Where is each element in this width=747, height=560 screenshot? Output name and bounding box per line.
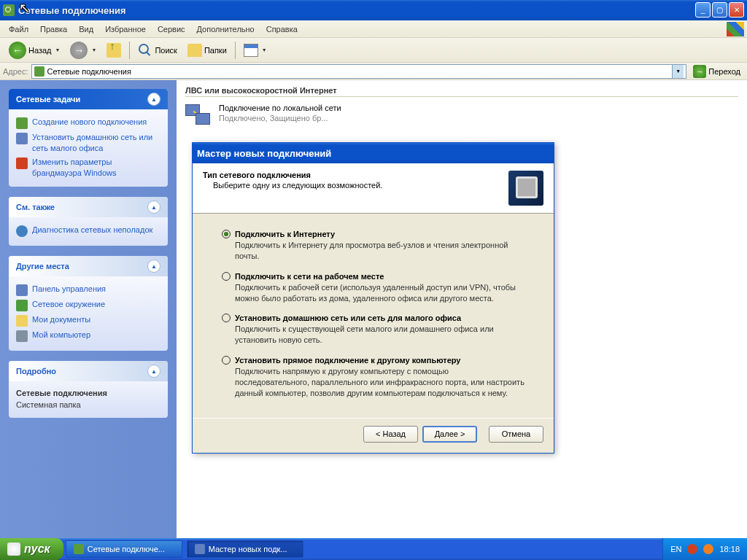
folders-button[interactable]: Папки	[183, 42, 231, 59]
wizard-titlebar[interactable]: Мастер новых подключений	[193, 143, 554, 163]
views-button[interactable]: ▼	[239, 42, 271, 59]
menu-file[interactable]: Файл	[3, 23, 34, 36]
security-alert-icon[interactable]	[687, 544, 697, 554]
language-indicator[interactable]: EN	[670, 545, 681, 553]
home-network-icon	[16, 133, 28, 144]
radio-connect-work[interactable]: Подключить к сети на рабочем месте	[222, 272, 525, 281]
radio-button-icon	[222, 272, 231, 281]
wizard-step-subtitle: Выберите одну из следующих возможностей.	[203, 181, 382, 190]
link-firewall[interactable]: Изменить параметры брандмауэра Windows	[16, 155, 160, 180]
panel-title: См. также	[16, 203, 55, 211]
chevron-down-icon: ▼	[91, 47, 96, 52]
radio-label: Установить домашнюю сеть или сеть для ма…	[235, 314, 461, 322]
collapse-icon[interactable]: ▲	[147, 260, 160, 273]
panel-title: Подробно	[16, 367, 56, 376]
up-button[interactable]	[102, 41, 125, 60]
address-label: Адрес:	[3, 67, 28, 76]
back-button[interactable]: < Назад	[363, 426, 418, 443]
go-arrow-icon: →	[693, 65, 706, 78]
link-diagnostics[interactable]: Диагностика сетевых неполадок	[16, 223, 160, 238]
back-button[interactable]: ← Назад ▼	[4, 39, 64, 61]
radio-label: Установить прямое подключение к другому …	[235, 356, 460, 365]
firewall-icon	[16, 158, 28, 169]
link-control-panel[interactable]: Панель управления	[16, 282, 160, 298]
link-label: Создание нового подключения	[32, 117, 147, 128]
panel-header-seealso[interactable]: См. также ▲	[9, 197, 168, 217]
wizard-header: Тип сетевого подключения Выберите одну и…	[193, 163, 554, 214]
info-icon	[16, 225, 28, 237]
back-label: Назад	[28, 46, 52, 55]
minimize-button[interactable]: _	[695, 2, 711, 18]
menu-bar: Файл Правка Вид Избранное Сервис Дополни…	[0, 20, 747, 38]
panel-network-tasks: Сетевые задачи ▲ Создание нового подключ…	[9, 89, 168, 187]
task-label: Мастер новых подк...	[209, 545, 287, 553]
wizard-step-title: Тип сетевого подключения	[203, 171, 382, 179]
menu-help[interactable]: Справка	[260, 23, 303, 36]
taskbar-item-wizard[interactable]: Мастер новых подк...	[187, 540, 303, 558]
collapse-icon[interactable]: ▲	[147, 93, 160, 106]
computer-icon	[16, 330, 28, 342]
radio-label: Подключить к Интернету	[235, 230, 335, 238]
maximize-button[interactable]: ▢	[712, 2, 727, 18]
menu-tools[interactable]: Сервис	[152, 23, 191, 36]
radio-button-icon	[222, 230, 231, 238]
link-create-connection[interactable]: Создание нового подключения	[16, 115, 160, 131]
system-tray: EN 18:18	[662, 538, 747, 560]
link-my-documents[interactable]: Мои документы	[16, 313, 160, 328]
documents-icon	[16, 315, 28, 327]
radio-description: Подключить к рабочей сети (используя уда…	[235, 282, 525, 304]
radio-description: Подключить к Интернету для просмотра веб…	[235, 240, 525, 262]
chevron-down-icon: ▼	[55, 47, 61, 52]
link-label: Панель управления	[32, 284, 106, 295]
link-label: Мои документы	[32, 314, 90, 325]
link-home-network[interactable]: Установить домашнюю сеть или сеть малого…	[16, 131, 160, 155]
forward-button[interactable]: → ▼	[66, 39, 101, 61]
details-name: Сетевые подключения	[16, 387, 160, 399]
start-button[interactable]: пуск	[0, 538, 63, 560]
collapse-icon[interactable]: ▲	[147, 201, 160, 214]
window-title: Сетевые подключения	[18, 5, 126, 16]
folder-up-icon	[107, 43, 121, 58]
forward-arrow-icon: →	[70, 42, 88, 59]
connection-status: Подключено, Защищено бр...	[219, 113, 341, 123]
connection-item-lan[interactable]: Подключение по локальной сети Подключено…	[185, 103, 738, 132]
close-button[interactable]: ✕	[729, 2, 744, 18]
link-network-neighborhood[interactable]: Сетевое окружение	[16, 298, 160, 313]
menu-extra[interactable]: Дополнительно	[191, 23, 260, 36]
panel-header-tasks[interactable]: Сетевые задачи ▲	[9, 89, 168, 109]
cancel-button[interactable]: Отмена	[489, 426, 543, 443]
panel-header-details[interactable]: Подробно ▲	[9, 361, 168, 381]
radio-direct-connection[interactable]: Установить прямое подключение к другому …	[222, 356, 525, 365]
taskbar-item-network[interactable]: Сетевые подключе...	[66, 540, 182, 558]
link-my-computer[interactable]: Мой компьютер	[16, 328, 160, 343]
menu-favorites[interactable]: Избранное	[99, 23, 152, 36]
network-cable-icon	[508, 171, 543, 206]
radio-home-network[interactable]: Установить домашнюю сеть или сеть для ма…	[222, 314, 525, 322]
radio-connect-internet[interactable]: Подключить к Интернету	[222, 230, 525, 238]
address-bar: Адрес: Сетевые подключения ▼ → Переход	[0, 63, 747, 80]
menu-view[interactable]: Вид	[73, 23, 99, 36]
menu-edit[interactable]: Правка	[34, 23, 73, 36]
back-arrow-icon: ←	[9, 42, 26, 59]
lan-connection-icon	[185, 103, 214, 132]
windows-logo-icon	[727, 22, 744, 36]
address-field[interactable]: Сетевые подключения ▼	[31, 64, 687, 79]
wizard-icon	[195, 544, 205, 554]
wizard-body: Подключить к Интернету Подключить к Инте…	[193, 214, 554, 418]
next-button[interactable]: Далее >	[422, 426, 477, 443]
go-button[interactable]: → Переход	[689, 63, 744, 79]
address-value: Сетевые подключения	[47, 67, 131, 76]
toolbar: ← Назад ▼ → ▼ Поиск Папки ▼	[0, 38, 747, 63]
clock[interactable]: 18:18	[719, 545, 740, 553]
address-dropdown-button[interactable]: ▼	[672, 65, 684, 78]
search-button[interactable]: Поиск	[133, 41, 181, 60]
tray-icon[interactable]	[703, 544, 713, 554]
link-label: Мой компьютер	[32, 330, 90, 341]
panel-other-places: Другие места ▲ Панель управления Сетевое…	[9, 256, 168, 351]
radio-description: Подключить напрямую к другому компьютеру…	[235, 366, 525, 399]
link-label: Изменить параметры брандмауэра Windows	[32, 157, 160, 179]
wizard-title: Мастер новых подключений	[197, 148, 331, 159]
taskbar: пуск Сетевые подключе... Мастер новых по…	[0, 538, 747, 560]
collapse-icon[interactable]: ▲	[147, 365, 160, 378]
panel-header-places[interactable]: Другие места ▲	[9, 256, 168, 276]
